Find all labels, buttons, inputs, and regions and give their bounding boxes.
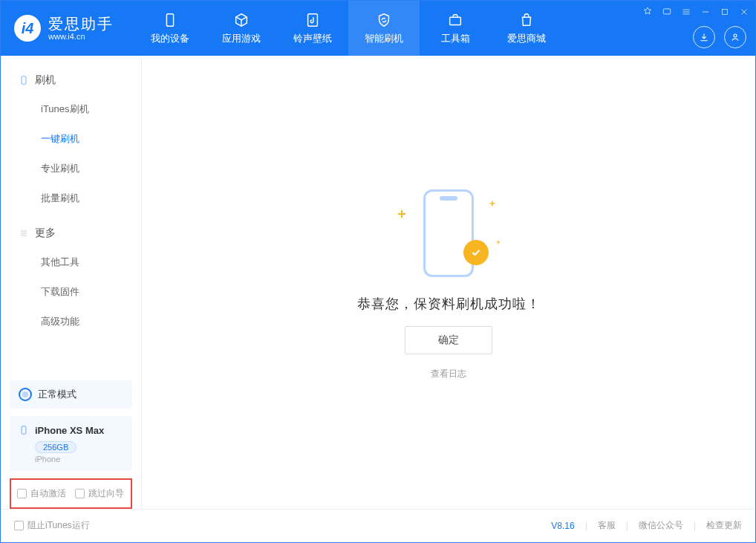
nav-smart-flash[interactable]: 智能刷机 — [348, 1, 420, 56]
footer-link-update[interactable]: 检查更新 — [706, 519, 742, 532]
flash-options: 自动激活 跳过向导 — [10, 478, 132, 509]
nav-store[interactable]: 爱思商城 — [491, 1, 562, 56]
titlebar: i4 爱思助手 www.i4.cn 我的设备 应用游戏 铃声壁纸 智能刷机 工具… — [1, 1, 755, 56]
sidebar-section-flash: 刷机 — [1, 66, 141, 94]
device-card[interactable]: iPhone XS Max 256GB iPhone — [10, 416, 132, 471]
section-title: 更多 — [35, 227, 56, 240]
sidebar-item-batch-flash[interactable]: 批量刷机 — [1, 183, 141, 213]
success-illustration — [382, 185, 515, 282]
sidebar-item-other-tools[interactable]: 其他工具 — [1, 247, 141, 277]
nav-apps-games[interactable]: 应用游戏 — [206, 1, 277, 56]
phone-outline-icon — [19, 75, 29, 85]
version-label: V8.16 — [551, 521, 574, 531]
bag-icon — [518, 11, 535, 29]
svg-rect-6 — [22, 77, 26, 85]
nav-ringtones[interactable]: 铃声壁纸 — [277, 1, 348, 56]
mode-label: 正常模式 — [38, 388, 76, 401]
theme-icon[interactable] — [641, 5, 654, 19]
checkbox-icon — [14, 521, 24, 530]
app-subtitle: www.i4.cn — [48, 32, 114, 41]
feedback-icon[interactable] — [660, 5, 674, 19]
option-label: 阻止iTunes运行 — [27, 519, 90, 532]
nav-label: 工具箱 — [441, 32, 470, 45]
device-mode[interactable]: 正常模式 — [10, 380, 132, 409]
option-auto-activate[interactable]: 自动激活 — [17, 487, 66, 500]
cube-icon — [232, 11, 250, 29]
sidebar-item-itunes-flash[interactable]: iTunes刷机 — [1, 94, 141, 124]
svg-rect-0 — [166, 14, 173, 27]
top-nav: 我的设备 应用游戏 铃声壁纸 智能刷机 工具箱 爱思商城 — [134, 1, 562, 56]
user-button[interactable] — [724, 26, 746, 48]
svg-rect-2 — [450, 17, 461, 25]
app-title: 爱思助手 — [48, 16, 114, 32]
menu-icon[interactable] — [680, 5, 693, 19]
view-log-link[interactable]: 查看日志 — [431, 368, 466, 380]
phone-icon — [161, 11, 179, 29]
ok-button[interactable]: 确定 — [405, 326, 492, 354]
nav-label: 我的设备 — [151, 32, 189, 45]
download-button[interactable] — [693, 26, 715, 48]
nav-toolbox[interactable]: 工具箱 — [420, 1, 491, 56]
nav-label: 智能刷机 — [365, 32, 403, 45]
window-controls — [641, 5, 751, 19]
list-icon — [19, 228, 29, 238]
nav-my-device[interactable]: 我的设备 — [134, 1, 206, 56]
minimize-button[interactable] — [699, 5, 712, 19]
header-actions — [693, 26, 746, 48]
sidebar: 刷机 iTunes刷机 一键刷机 专业刷机 批量刷机 更多 其他工具 下载固件 … — [1, 56, 142, 509]
success-message: 恭喜您，保资料刷机成功啦！ — [357, 295, 541, 313]
option-label: 跳过向导 — [88, 487, 124, 500]
phone-small-icon — [19, 423, 29, 437]
check-badge-icon — [463, 240, 489, 265]
close-button[interactable] — [737, 5, 751, 19]
sidebar-item-oneclick-flash[interactable]: 一键刷机 — [1, 124, 141, 154]
shield-refresh-icon — [375, 11, 393, 29]
briefcase-icon — [446, 11, 464, 29]
sidebar-item-advanced[interactable]: 高级功能 — [1, 307, 141, 336]
device-capacity-badge: 256GB — [35, 441, 76, 453]
nav-label: 应用游戏 — [222, 32, 261, 45]
svg-rect-1 — [308, 14, 318, 27]
sidebar-section-more: 更多 — [1, 219, 141, 247]
nav-label: 铃声壁纸 — [293, 32, 332, 45]
footer-link-wechat[interactable]: 微信公众号 — [639, 519, 683, 532]
music-file-icon — [304, 11, 322, 29]
footer: 阻止iTunes运行 V8.16 | 客服 | 微信公众号 | 检查更新 — [1, 509, 755, 542]
option-block-itunes[interactable]: 阻止iTunes运行 — [14, 519, 90, 532]
section-title: 刷机 — [35, 74, 56, 87]
checkbox-icon — [75, 489, 85, 498]
main-content: 恭喜您，保资料刷机成功啦！ 确定 查看日志 — [142, 56, 755, 509]
option-label: 自动激活 — [30, 487, 66, 500]
svg-rect-3 — [663, 9, 670, 14]
device-name: iPhone XS Max — [35, 425, 104, 436]
svg-rect-7 — [22, 426, 26, 435]
sidebar-item-download-firmware[interactable]: 下载固件 — [1, 277, 141, 307]
sidebar-item-pro-flash[interactable]: 专业刷机 — [1, 154, 141, 183]
logo-icon: i4 — [14, 15, 41, 42]
nav-label: 爱思商城 — [507, 32, 546, 45]
svg-rect-4 — [723, 10, 728, 15]
footer-link-service[interactable]: 客服 — [598, 519, 616, 532]
mode-indicator-icon — [19, 388, 32, 401]
svg-point-5 — [734, 34, 737, 37]
device-type: iPhone — [35, 455, 123, 464]
maximize-button[interactable] — [718, 5, 731, 19]
app-logo: i4 爱思助手 www.i4.cn — [1, 15, 127, 42]
phone-illustration-icon — [423, 189, 474, 277]
option-skip-guide[interactable]: 跳过向导 — [75, 487, 124, 500]
checkbox-icon — [17, 489, 27, 498]
